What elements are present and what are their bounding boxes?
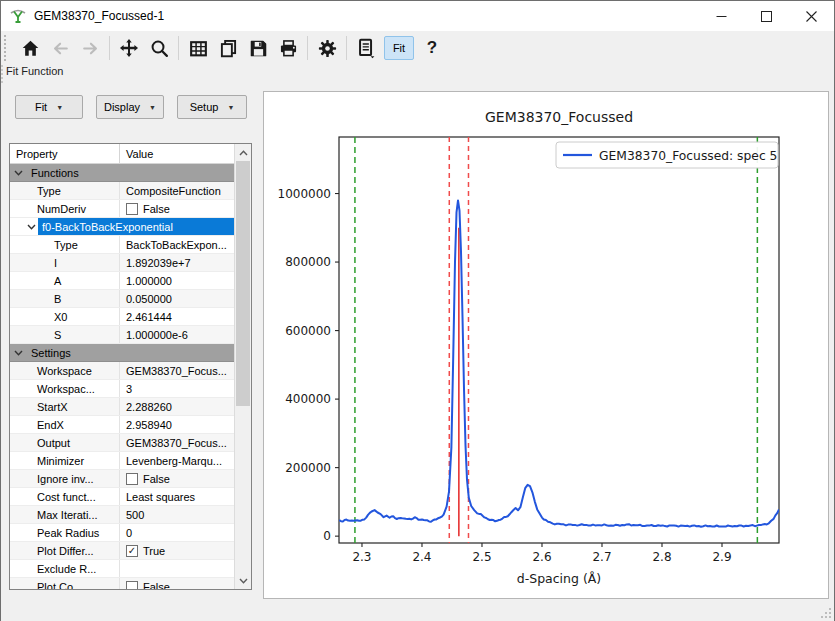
value-column-header[interactable]: Value [120,148,234,160]
chevron-down-icon[interactable] [14,170,25,176]
function-row[interactable]: f0-BackToBackExponential [10,218,234,236]
table-row[interactable]: WorkspaceGEM38370_Focus... [10,362,234,380]
property-value[interactable]: 2.288260 [120,401,234,413]
table-row[interactable]: Plot Co...False [10,578,234,589]
property-value[interactable]: GEM38370_Focus... [120,437,234,449]
property-value[interactable]: False [120,581,234,590]
close-button[interactable] [789,1,834,31]
grid-button[interactable] [183,34,213,62]
scroll-down-button[interactable] [235,572,251,589]
checkbox[interactable] [126,203,138,215]
property-value[interactable]: 1.892039e+7 [120,257,234,269]
plot-panel: GEM38370_Focussed2.32.42.52.62.72.82.902… [263,91,829,599]
checkbox[interactable]: ✓ [126,545,138,557]
home-button[interactable] [15,34,45,62]
zoom-icon [149,38,170,59]
property-value[interactable]: 0.050000 [120,293,234,305]
help-button[interactable]: ? [417,34,447,62]
property-value[interactable]: GEM38370_Focus... [120,365,234,377]
chevron-down-icon[interactable] [27,224,38,230]
y-tick-label: 400000 [285,392,331,406]
property-value[interactable]: Levenberg-Marqu... [120,455,234,467]
group-label: Settings [25,347,71,359]
table-row[interactable]: TypeBackToBackExpon... [10,236,234,254]
table-row[interactable]: Max Iterati...500 [10,506,234,524]
property-name: S [10,326,120,343]
table-row[interactable]: Peak Radius0 [10,524,234,542]
checkbox-label: False [143,581,170,590]
scrollbar-thumb[interactable] [236,161,250,406]
property-name: Workspace [10,362,120,379]
fit-dropdown-label: Fit [35,101,47,113]
table-row[interactable]: MinimizerLevenberg-Marqu... [10,452,234,470]
setup-dropdown-button[interactable]: Setup ▼ [177,95,247,119]
display-dropdown-button[interactable]: Display ▼ [96,95,164,119]
dock-drag-handle[interactable] [1,65,4,83]
group-row[interactable]: Functions [10,164,234,182]
table-row[interactable]: OutputGEM38370_Focus... [10,434,234,452]
property-value[interactable]: Least squares [120,491,234,503]
table-row[interactable]: StartX2.288260 [10,398,234,416]
vertical-scrollbar[interactable] [234,144,251,589]
property-value[interactable]: 1.000000 [120,275,234,287]
property-value[interactable]: False [120,203,234,215]
save-button[interactable] [243,34,273,62]
chevron-down-icon[interactable] [14,350,25,356]
copy-button[interactable] [213,34,243,62]
table-row[interactable]: EndX2.958940 [10,416,234,434]
scroll-up-button[interactable] [235,144,251,161]
fit-dropdown-button[interactable]: Fit ▼ [15,95,83,119]
plot-canvas[interactable]: GEM38370_Focussed2.32.42.52.62.72.82.902… [264,92,828,598]
plot-title: GEM38370_Focussed [485,109,633,125]
table-row[interactable]: TypeCompositeFunction [10,182,234,200]
table-row[interactable]: Exclude R... [10,560,234,578]
settings-button[interactable] [312,34,342,62]
pan-button[interactable] [114,34,144,62]
data-curve[interactable] [339,200,779,526]
chevron-down-icon: ▼ [227,104,234,111]
property-value[interactable]: BackToBackExpon... [120,239,234,251]
maximize-button[interactable] [744,1,789,31]
property-name: I [10,254,120,271]
table-row[interactable]: B0.050000 [10,290,234,308]
group-row[interactable]: Settings [10,344,234,362]
table-row[interactable]: NumDerivFalse [10,200,234,218]
toolbar-drag-handle[interactable] [4,35,9,61]
property-value[interactable]: 2.958940 [120,419,234,431]
print-button[interactable] [273,34,303,62]
property-value[interactable]: 0 [120,527,234,539]
property-value[interactable]: 500 [120,509,234,521]
group-label: Functions [25,167,79,179]
minimize-button[interactable] [699,1,744,31]
property-value[interactable]: CompositeFunction [120,185,234,197]
resize-grip[interactable] [820,607,832,619]
grid-icon [188,38,209,59]
pan-icon [118,37,140,59]
table-row[interactable]: Ignore inv...False [10,470,234,488]
table-row[interactable]: I1.892039e+7 [10,254,234,272]
property-name: X0 [10,308,120,325]
property-value[interactable]: 2.461444 [120,311,234,323]
property-table: Property Value FunctionsTypeCompositeFun… [9,143,252,590]
checkbox[interactable] [126,581,138,590]
status-bar [1,601,834,621]
property-value[interactable]: ✓True [120,545,234,557]
property-value[interactable]: 3 [120,383,234,395]
title-bar[interactable]: GEM38370_Focussed-1 [1,1,834,31]
table-row[interactable]: Workspac...3 [10,380,234,398]
group-label: f0-BackToBackExponential [38,218,234,235]
property-value[interactable]: False [120,473,234,485]
zoom-button[interactable] [144,34,174,62]
checkbox[interactable] [126,473,138,485]
fit-toggle-button[interactable]: Fit [384,36,414,60]
table-row[interactable]: X02.461444 [10,308,234,326]
property-value[interactable]: 1.000000e-6 [120,329,234,341]
table-row[interactable]: Plot Differ...✓True [10,542,234,560]
back-button[interactable] [45,34,75,62]
generate-script-button[interactable] [351,34,381,62]
table-row[interactable]: S1.000000e-6 [10,326,234,344]
table-row[interactable]: Cost funct...Least squares [10,488,234,506]
forward-button[interactable] [75,34,105,62]
table-row[interactable]: A1.000000 [10,272,234,290]
property-column-header[interactable]: Property [10,144,120,163]
